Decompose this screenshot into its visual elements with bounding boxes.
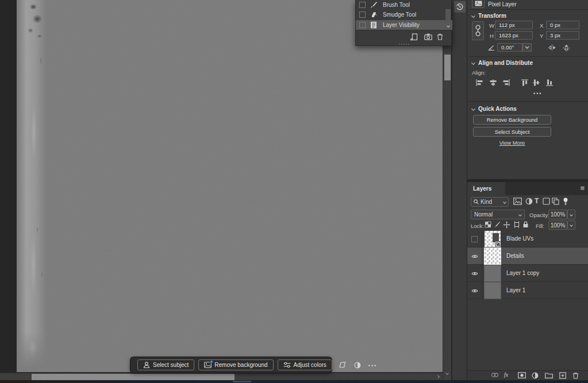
filter-adjustment-layers-icon[interactable]	[525, 198, 533, 205]
scroll-right-arrow-icon[interactable]	[436, 375, 440, 378]
new-document-from-state-icon[interactable]	[410, 33, 418, 41]
width-input[interactable]: 112 px	[495, 21, 533, 29]
canvas-noise-texture	[17, 0, 443, 372]
lock-artboard-icon[interactable]	[513, 221, 520, 228]
align-bottom-edges-button[interactable]	[545, 79, 554, 87]
view-more-link[interactable]: View More	[467, 140, 557, 146]
adjust-colors-button[interactable]: Adjust colors	[278, 359, 332, 370]
divider	[467, 101, 588, 102]
filter-pixel-layers-icon[interactable]	[513, 198, 522, 205]
layer-thumbnail[interactable]	[485, 248, 501, 264]
align-left-edges-button[interactable]	[475, 79, 483, 87]
adjustment-presets-icon[interactable]	[352, 362, 363, 369]
layer-row-blade-uvs[interactable]: Blade UVs	[467, 230, 588, 247]
new-group-folder-icon[interactable]	[545, 372, 553, 378]
new-snapshot-camera-icon[interactable]	[424, 33, 432, 40]
transform-section-header[interactable]: Transform	[472, 13, 506, 19]
filter-kind-value: Kind	[481, 199, 502, 205]
fill-input[interactable]: 100%	[548, 220, 567, 230]
opacity-input[interactable]: 100%	[548, 210, 567, 219]
history-source-checkbox[interactable]	[359, 2, 366, 8]
filter-smart-objects-icon[interactable]	[552, 198, 559, 205]
horizontal-scrollbar[interactable]	[0, 373, 443, 380]
visibility-toggle[interactable]	[467, 247, 482, 265]
align-horizontal-centers-button[interactable]	[489, 79, 497, 87]
rotation-angle-icon	[488, 44, 495, 51]
select-subject-button[interactable]: Select Subject	[473, 127, 551, 137]
layer-thumbnail[interactable]	[485, 265, 501, 281]
link-width-height-button[interactable]	[472, 21, 484, 40]
vertical-scrollbar[interactable]	[443, 0, 451, 380]
filter-type-layers-icon[interactable]: T	[535, 197, 539, 205]
history-item-layer-visibility[interactable]: Layer Visibility	[356, 20, 452, 30]
remove-background-button[interactable]: Remove background	[198, 359, 273, 370]
transform-tool-icon[interactable]	[336, 361, 348, 369]
rotation-angle-input[interactable]: 0.00°	[497, 43, 522, 52]
align-top-edges-button[interactable]	[521, 79, 529, 87]
history-item-label: Layer Visibility	[383, 22, 420, 28]
document-canvas[interactable]	[17, 0, 443, 372]
lock-transparent-pixels-icon[interactable]	[485, 221, 491, 228]
opacity-dropdown-arrow[interactable]	[567, 210, 575, 219]
blend-mode-dropdown[interactable]: Normal	[471, 210, 525, 219]
collapse-chevron-icon	[471, 14, 475, 18]
quick-actions-section-header[interactable]: Quick Actions	[472, 106, 517, 112]
taskbar-more-options-button[interactable]: •••	[367, 362, 379, 369]
scroll-down-arrow-icon[interactable]	[445, 372, 449, 375]
x-input[interactable]: 0 px	[546, 21, 579, 29]
layer-row-details[interactable]: Details	[467, 247, 588, 265]
layer-row-layer-1[interactable]: Layer 1	[467, 282, 588, 299]
panel-menu-icon[interactable]: ≡	[580, 184, 585, 192]
visibility-toggle[interactable]	[467, 282, 482, 299]
history-scrollbar-thumb[interactable]	[445, 9, 451, 23]
filter-toggle-switch[interactable]	[563, 198, 568, 206]
add-layer-mask-icon[interactable]	[518, 372, 526, 378]
link-layers-icon[interactable]	[491, 372, 499, 378]
panel-resize-grip[interactable]	[356, 42, 452, 46]
filter-kind-dropdown[interactable]: Kind	[471, 197, 509, 207]
flip-horizontal-button[interactable]	[548, 44, 556, 51]
filter-shape-layers-icon[interactable]	[543, 198, 550, 205]
history-item-label: Smudge Tool	[383, 11, 416, 18]
select-subject-button[interactable]: Select subject	[137, 359, 194, 370]
layer-thumbnail[interactable]	[485, 283, 501, 299]
fill-value: 100%	[551, 222, 566, 229]
height-input[interactable]: 1623 px	[495, 31, 533, 40]
history-panel-icon[interactable]	[454, 1, 466, 13]
pixel-layer-icon	[472, 0, 485, 8]
contextual-task-bar: Select subject Remove background Adjust …	[130, 357, 332, 373]
history-item-brush-tool[interactable]: Brush Tool	[356, 0, 452, 10]
tab-layers[interactable]: Layers	[467, 182, 505, 195]
history-item-smudge-tool[interactable]: Smudge Tool	[356, 10, 452, 20]
collapse-chevron-icon	[471, 61, 475, 65]
person-icon	[143, 362, 150, 368]
flip-vertical-button[interactable]	[563, 44, 570, 52]
y-input[interactable]: 3 px	[546, 31, 579, 40]
vertical-scrollbar-thumb[interactable]	[444, 55, 451, 80]
delete-state-trash-icon[interactable]	[437, 33, 443, 40]
history-source-checkbox[interactable]	[359, 22, 366, 28]
visibility-toggle[interactable]	[467, 230, 482, 247]
new-layer-icon[interactable]	[559, 372, 566, 379]
delete-layer-trash-icon[interactable]	[572, 372, 579, 379]
fill-dropdown-arrow[interactable]	[567, 220, 575, 230]
align-vertical-centers-button[interactable]	[532, 79, 540, 87]
new-adjustment-layer-icon[interactable]	[532, 372, 539, 379]
layer-name: Layer 1	[506, 287, 525, 293]
layer-style-fx-icon[interactable]: fx	[504, 372, 508, 378]
align-right-edges-button[interactable]	[502, 79, 510, 87]
y-label: Y	[540, 33, 543, 39]
visibility-toggle[interactable]	[467, 265, 482, 282]
lock-position-icon[interactable]	[503, 221, 510, 229]
history-source-checkbox[interactable]	[359, 11, 366, 18]
layer-row-layer-1-copy[interactable]: Layer 1 copy	[467, 265, 588, 282]
lock-all-icon[interactable]	[522, 221, 529, 228]
horizontal-scrollbar-thumb[interactable]	[32, 374, 235, 380]
lock-image-pixels-icon[interactable]	[494, 221, 501, 228]
remove-background-button[interactable]: Remove Background	[473, 115, 551, 125]
rotation-angle-dropdown[interactable]	[522, 43, 532, 52]
align-label: Align:	[472, 69, 486, 76]
align-more-options-button[interactable]: •••	[533, 91, 542, 96]
layer-thumbnail[interactable]	[485, 231, 501, 247]
align-section-header[interactable]: Align and Distribute	[472, 60, 533, 66]
